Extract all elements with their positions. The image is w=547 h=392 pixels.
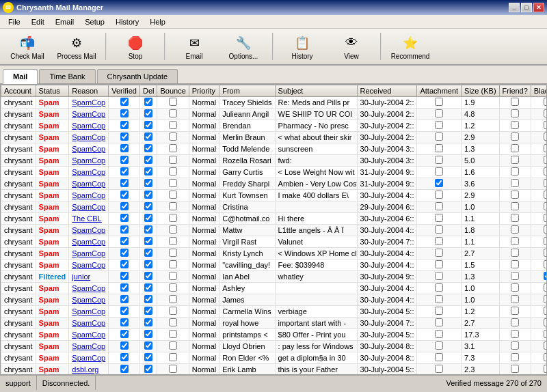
close-button[interactable]: ✕ xyxy=(533,3,544,12)
cell-reason[interactable]: SpamCop xyxy=(69,225,109,236)
col-del[interactable]: Del xyxy=(139,85,157,97)
cell-reason[interactable]: junior xyxy=(69,271,109,283)
cell-from: Freddy Sharpi xyxy=(219,178,275,190)
col-verified[interactable]: Verified xyxy=(109,85,140,97)
table-row[interactable]: chrysant Spam SpamCop Normal Carmella Wi… xyxy=(1,306,548,318)
cell-size: 4.8 xyxy=(462,109,499,120)
maximize-button[interactable]: □ xyxy=(521,3,532,12)
cell-account: chrysant xyxy=(1,283,36,294)
cell-from: Kurt Townsen xyxy=(219,190,275,201)
table-row[interactable]: chrysant Spam dsbl.org Normal Erik Lamb … xyxy=(1,364,548,376)
col-received[interactable]: Received xyxy=(357,85,417,97)
cell-reason[interactable]: SpamCop xyxy=(69,306,109,318)
table-row[interactable]: chrysant Spam SpamCop Normal Rozella Ros… xyxy=(1,155,548,167)
table-row[interactable]: chrysant Spam SpamCop Normal Todd Melend… xyxy=(1,143,548,155)
col-subject[interactable]: Subject xyxy=(275,85,357,97)
cell-reason[interactable]: SpamCop xyxy=(69,352,109,364)
options-button[interactable]: 🔧 Options... xyxy=(220,31,267,62)
cell-reason[interactable]: SpamCop xyxy=(69,155,109,167)
table-row[interactable]: chrysant Spam SpamCop Normal Cristina 29… xyxy=(1,201,548,213)
col-blacklist[interactable]: Blacklist xyxy=(531,85,547,97)
table-row[interactable]: chrysant Spam SpamCop Normal Mattw L1ttl… xyxy=(1,225,548,236)
cell-subject: Pharmacy - No presc xyxy=(275,120,357,132)
col-attachment[interactable]: Attachment xyxy=(417,85,462,97)
table-row[interactable]: chrysant Spam SpamCop Normal royal howe … xyxy=(1,318,548,329)
cell-account: chrysant xyxy=(1,352,36,364)
cell-reason[interactable]: SpamCop xyxy=(69,97,109,109)
cell-received: 30-July-2004 2:: xyxy=(357,120,417,132)
tab-update[interactable]: Chrysanth Update xyxy=(97,69,178,83)
table-row[interactable]: chrysant Spam SpamCop Normal James 30-Ju… xyxy=(1,294,548,306)
table-row[interactable]: chrysant Spam SpamCop Normal Virgil Rast… xyxy=(1,236,548,248)
tab-mail[interactable]: Mail xyxy=(3,69,38,84)
col-bounce[interactable]: Bounce xyxy=(157,85,189,97)
table-row[interactable]: chrysant Spam The CBL Normal C@hotmail.c… xyxy=(1,213,548,225)
cell-reason[interactable]: SpamCop xyxy=(69,260,109,271)
cell-reason[interactable]: The CBL xyxy=(69,213,109,225)
menu-email[interactable]: Email xyxy=(50,16,80,27)
col-friend[interactable]: Friend? xyxy=(499,85,531,97)
cell-reason[interactable]: SpamCop xyxy=(69,329,109,341)
cell-account: chrysant xyxy=(1,167,36,178)
table-row[interactable]: chrysant Spam SpamCop Normal Ashley 30-J… xyxy=(1,283,548,294)
table-row[interactable]: chrysant Spam SpamCop Normal Tracey Shie… xyxy=(1,97,548,109)
col-from[interactable]: From xyxy=(219,85,275,97)
minimize-button[interactable]: _ xyxy=(509,3,520,12)
cell-reason[interactable]: SpamCop xyxy=(69,318,109,329)
table-row[interactable]: chrysant Filtered junior Normal Ian Abel… xyxy=(1,271,548,283)
cell-reason[interactable]: SpamCop xyxy=(69,178,109,190)
table-row[interactable]: chrysant Spam SpamCop Normal Kristy Lync… xyxy=(1,248,548,260)
cell-account: chrysant xyxy=(1,178,36,190)
process-mail-button[interactable]: ⚙ Process Mail xyxy=(53,31,100,62)
cell-reason[interactable]: SpamCop xyxy=(69,201,109,213)
view-button[interactable]: 👁 View xyxy=(328,31,375,62)
cell-size: 2.7 xyxy=(462,318,499,329)
table-row[interactable]: chrysant Spam SpamCop Normal Julieann An… xyxy=(1,109,548,120)
cell-reason[interactable]: dsbl.org xyxy=(69,364,109,376)
cell-received: 31-July-2004 9:: xyxy=(357,178,417,190)
table-row[interactable]: chrysant Spam SpamCop Normal Merlin Brau… xyxy=(1,132,548,143)
table-row[interactable]: chrysant Spam SpamCop Normal Brendan Pha… xyxy=(1,120,548,132)
table-row[interactable]: chrysant Spam SpamCop Normal Kurt Townse… xyxy=(1,190,548,201)
menu-edit[interactable]: Edit xyxy=(26,16,50,27)
col-size[interactable]: Size (KB) xyxy=(462,85,499,97)
email-button[interactable]: ✉ Email xyxy=(171,31,217,62)
tab-timebank[interactable]: Time Bank xyxy=(39,69,95,83)
col-status[interactable]: Status xyxy=(36,85,69,97)
cell-reason[interactable]: SpamCop xyxy=(69,341,109,352)
menu-history[interactable]: History xyxy=(110,16,144,27)
app-icon: ✉ xyxy=(3,2,14,13)
cell-reason[interactable]: SpamCop xyxy=(69,143,109,155)
table-row[interactable]: chrysant Spam SpamCop Normal Ron Elder <… xyxy=(1,352,548,364)
cell-reason[interactable]: SpamCop xyxy=(69,236,109,248)
col-priority[interactable]: Priority xyxy=(189,85,219,97)
cell-reason[interactable]: SpamCop xyxy=(69,190,109,201)
cell-reason[interactable]: SpamCop xyxy=(69,132,109,143)
col-account[interactable]: Account xyxy=(1,85,36,97)
cell-reason[interactable]: SpamCop xyxy=(69,294,109,306)
table-row[interactable]: chrysant Spam SpamCop Normal Garry Curti… xyxy=(1,167,548,178)
menu-setup[interactable]: Setup xyxy=(79,16,110,27)
menu-help[interactable]: Help xyxy=(144,16,171,27)
table-row[interactable]: chrysant Spam SpamCop Normal Freddy Shar… xyxy=(1,178,548,190)
cell-reason[interactable]: SpamCop xyxy=(69,248,109,260)
history-button[interactable]: 📋 History xyxy=(279,31,325,62)
table-row[interactable]: chrysant Spam SpamCop Normal "cavilling_… xyxy=(1,260,548,271)
col-reason[interactable]: Reason xyxy=(69,85,109,97)
table-row[interactable]: chrysant Spam SpamCop Normal Lloyd Obrie… xyxy=(1,341,548,352)
view-icon: 👁 xyxy=(342,33,361,53)
toolbar-separator-4 xyxy=(380,33,382,60)
cell-subject: Re: Meds and Pills pr xyxy=(275,97,357,109)
stop-button[interactable]: 🛑 Stop xyxy=(112,31,159,62)
cell-reason[interactable]: SpamCop xyxy=(69,109,109,120)
recommend-button[interactable]: ⭐ Recommend xyxy=(387,31,433,62)
check-mail-button[interactable]: 📬 Check Mail xyxy=(4,31,51,62)
cell-reason[interactable]: SpamCop xyxy=(69,283,109,294)
cell-account: chrysant xyxy=(1,294,36,306)
cell-reason[interactable]: SpamCop xyxy=(69,167,109,178)
cell-reason[interactable]: SpamCop xyxy=(69,120,109,132)
mail-table-container[interactable]: Account Status Reason Verified Del Bounc… xyxy=(0,84,547,375)
table-row[interactable]: chrysant Spam SpamCop Normal printstamps… xyxy=(1,329,548,341)
toolbar-separator-3 xyxy=(272,33,274,60)
menu-file[interactable]: File xyxy=(3,16,26,27)
